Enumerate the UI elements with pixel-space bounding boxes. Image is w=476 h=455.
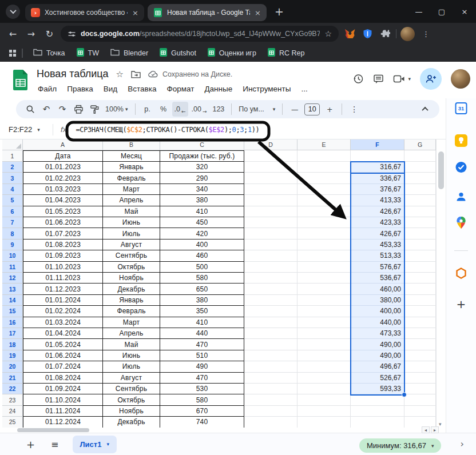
cell-month[interactable]: Апрель	[103, 328, 160, 339]
column-header-C[interactable]: C	[160, 139, 244, 150]
horizontal-scrollbar-thumb[interactable]	[17, 428, 89, 432]
cell-D20[interactable]	[244, 361, 298, 372]
cell-date[interactable]: 01.12.2024	[23, 417, 103, 428]
spreadsheet-grid[interactable]: ABCDEFG1ДатаМесяцПродажи (тыс. руб.)201.…	[0, 139, 436, 428]
cell-average-F11[interactable]: 576,67	[351, 262, 404, 273]
star-document-icon[interactable]: ☆	[116, 69, 124, 79]
cell-average-F14[interactable]: 380,00	[351, 295, 404, 306]
menu-вид[interactable]: Вид	[98, 83, 122, 95]
cell-E3[interactable]	[298, 173, 351, 183]
all-sheets-icon[interactable]: ≡	[51, 439, 58, 450]
print-button[interactable]	[71, 102, 86, 117]
cell-month[interactable]: Июнь	[103, 350, 160, 361]
cell-D12[interactable]	[244, 273, 298, 284]
cell-D9[interactable]	[244, 240, 298, 250]
account-avatar[interactable]	[451, 69, 470, 89]
cell-average-F15[interactable]: 400,00	[351, 306, 404, 317]
cell-month[interactable]: Ноябрь	[103, 406, 160, 417]
name-box[interactable]: F2:F22 ▾	[0, 125, 53, 134]
format-currency-button[interactable]: р.	[140, 102, 155, 117]
scroll-right-button[interactable]: ▸	[431, 426, 439, 433]
menu-[interactable]: ...	[296, 83, 312, 95]
cell-average-F6[interactable]: 426,67	[351, 206, 404, 217]
cell-E11[interactable]	[298, 262, 351, 273]
cell-average-F21[interactable]: 526,67	[351, 373, 404, 384]
cell-D19[interactable]	[244, 350, 298, 361]
document-title[interactable]: Новая таблица	[37, 68, 109, 80]
vertical-scrollbar-thumb[interactable]	[438, 151, 444, 189]
menu-формат[interactable]: Формат	[161, 83, 199, 95]
scroll-down-icon[interactable]: ▾	[439, 421, 442, 427]
cell-D8[interactable]	[244, 228, 298, 239]
cell-G20[interactable]	[404, 361, 436, 372]
get-add-ons-icon[interactable]: +	[457, 297, 466, 311]
cell-sales[interactable]: 290	[160, 173, 244, 183]
table-header-cell[interactable]: Дата	[23, 150, 103, 162]
cell-month[interactable]: Август	[103, 240, 160, 250]
cell-E19[interactable]	[298, 350, 351, 361]
url-bar[interactable]: docs.google.com/spreadsheets/d/18jhctoUw…	[61, 26, 339, 42]
cell-month[interactable]: Июль	[103, 361, 160, 372]
cell-date[interactable]: 01.05.2024	[23, 339, 103, 350]
cell-sales[interactable]: 400	[160, 240, 244, 250]
cell-average-F7[interactable]: 423,33	[351, 217, 404, 228]
cell-D18[interactable]	[244, 339, 298, 350]
cell-D23[interactable]	[244, 394, 298, 405]
cell-sales[interactable]: 410	[160, 206, 244, 217]
cell-E1[interactable]	[298, 150, 351, 162]
cell-month[interactable]: Май	[103, 339, 160, 350]
cell-G21[interactable]	[404, 373, 436, 384]
cell-date[interactable]: 01.08.2023	[23, 240, 103, 250]
row-header-17[interactable]: 17	[2, 328, 23, 339]
cell-E23[interactable]	[298, 394, 351, 405]
cell-month[interactable]: Октябрь	[103, 394, 160, 405]
cell-D4[interactable]	[244, 184, 298, 195]
cell-sales[interactable]: 410	[160, 317, 244, 328]
cell-G14[interactable]	[404, 295, 436, 306]
cell-date[interactable]: 01.09.2024	[23, 384, 103, 394]
bookmark-item[interactable]: TW	[71, 48, 105, 58]
cell-sales[interactable]: 440	[160, 328, 244, 339]
cell-G7[interactable]	[404, 217, 436, 228]
cell-date[interactable]: 01.10.2024	[23, 394, 103, 405]
share-button[interactable]	[420, 68, 442, 90]
cell-E16[interactable]	[298, 317, 351, 328]
browser-menu-kebab-icon[interactable]: ⋮	[419, 27, 433, 41]
cell-sales[interactable]: 460	[160, 250, 244, 261]
bookmark-item[interactable]: RC Rep	[262, 48, 310, 58]
browser-profile-avatar[interactable]	[400, 27, 415, 41]
cell-D14[interactable]	[244, 295, 298, 306]
cell-G16[interactable]	[404, 317, 436, 328]
cell-D10[interactable]	[244, 250, 298, 261]
cell-D7[interactable]	[244, 217, 298, 228]
apps-grid-icon[interactable]	[9, 50, 16, 57]
cell-date[interactable]: 01.06.2023	[23, 217, 103, 228]
cell-month[interactable]: Март	[103, 184, 160, 195]
toolbar-more-kebab-icon[interactable]: ⋮	[347, 102, 362, 117]
cell-D13[interactable]	[244, 284, 298, 294]
cell-D17[interactable]	[244, 328, 298, 339]
bookmark-item[interactable]: Оценки игр	[202, 48, 262, 58]
bookmark-item[interactable]: Точка	[27, 49, 71, 58]
row-header-12[interactable]: 12	[2, 273, 23, 284]
tasks-icon[interactable]	[455, 161, 467, 173]
row-header-10[interactable]: 10	[2, 250, 23, 261]
cell-G22[interactable]	[404, 384, 436, 394]
collapse-toolbar-button[interactable]	[418, 102, 433, 117]
cell-sales[interactable]: 650	[160, 284, 244, 294]
new-tab-button[interactable]: +	[275, 5, 284, 18]
tab-search-button[interactable]	[6, 5, 20, 19]
comments-icon[interactable]	[373, 74, 384, 85]
row-header-8[interactable]: 8	[2, 228, 23, 239]
cell-average-F12[interactable]: 536,67	[351, 273, 404, 284]
cell-date[interactable]: 01.12.2023	[23, 284, 103, 294]
cell-sales[interactable]: 420	[160, 228, 244, 239]
paint-format-button[interactable]	[87, 102, 102, 117]
column-header-E[interactable]: E	[298, 139, 351, 150]
cell-G2[interactable]	[404, 162, 436, 173]
bookmark-item[interactable]: Blender	[105, 49, 154, 58]
decrease-font-size-button[interactable]: —	[287, 102, 302, 117]
cell-date[interactable]: 01.04.2024	[23, 328, 103, 339]
format-percent-button[interactable]: %	[156, 102, 171, 117]
cell-average-F8[interactable]: 426,67	[351, 228, 404, 239]
